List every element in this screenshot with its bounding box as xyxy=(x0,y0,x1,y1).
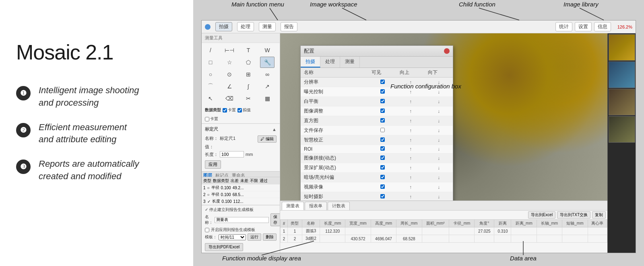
figure-tab-rename[interactable]: 重命名 xyxy=(232,172,245,177)
config-tab-measure[interactable]: 测量 xyxy=(340,57,360,68)
menu-tab-process[interactable]: 处理 xyxy=(237,22,254,31)
cfg-row-visible[interactable] xyxy=(368,145,396,153)
cfg-row-down[interactable]: ↓ xyxy=(425,163,453,173)
tool-arrow[interactable]: ↗ xyxy=(260,81,275,92)
cfg-row-up[interactable]: ↑ xyxy=(396,182,425,192)
cfg-visible-cb[interactable] xyxy=(380,156,385,160)
cfg-row-up[interactable]: ↑ xyxy=(396,126,425,135)
cfg-row-up[interactable]: ↑ xyxy=(396,106,425,116)
cfg-visible-cb[interactable] xyxy=(380,194,385,198)
export-txt-btn[interactable]: 导出到TXT交换 xyxy=(557,211,590,219)
tool-star[interactable]: ☆ xyxy=(222,57,237,68)
cfg-down-arrow[interactable]: ↓ xyxy=(438,128,440,133)
cfg-row-down[interactable]: ↓ xyxy=(425,192,453,201)
cfg-row-visible[interactable] xyxy=(368,192,396,201)
template-del-btn[interactable]: 删除 xyxy=(263,233,277,241)
cfg-row-up[interactable]: ↑ xyxy=(396,163,425,173)
tool-sigma[interactable]: ∫ xyxy=(241,81,256,92)
tool-selected[interactable]: 🔧 xyxy=(260,57,275,68)
scale-expand[interactable]: ▲ xyxy=(272,127,277,132)
config-tab-process[interactable]: 处理 xyxy=(320,57,340,68)
cfg-up-arrow[interactable]: ↑ xyxy=(409,156,412,161)
data-tab-measure[interactable]: 测量表 xyxy=(282,202,304,210)
cfg-row-down[interactable]: ↓ xyxy=(425,106,453,116)
cfg-down-arrow[interactable]: ↓ xyxy=(438,118,440,124)
cfg-row-visible[interactable] xyxy=(368,116,396,126)
cfg-row-up[interactable]: ↑ xyxy=(396,97,425,106)
checkbox-card[interactable] xyxy=(223,108,227,113)
cfg-visible-cb[interactable] xyxy=(380,137,385,142)
cfg-row-up[interactable]: ↑ xyxy=(396,78,425,87)
menu-tab-info[interactable]: 信息 xyxy=(594,22,611,31)
cfg-down-arrow[interactable]: ↓ xyxy=(438,184,440,190)
cfg-row-down[interactable]: ↓ xyxy=(425,182,453,192)
cfg-down-arrow[interactable]: ↓ xyxy=(438,165,440,171)
cfg-down-arrow[interactable]: ↓ xyxy=(438,89,440,95)
cfg-up-arrow[interactable]: ↑ xyxy=(409,118,412,124)
cfg-visible-cb[interactable] xyxy=(380,108,385,113)
cfg-row-visible[interactable] xyxy=(368,182,396,192)
cfg-visible-cb[interactable] xyxy=(380,99,385,103)
cfg-visible-cb[interactable] xyxy=(380,89,385,94)
data-tab-count[interactable]: 计数表 xyxy=(328,202,350,210)
tool-link[interactable]: ∞ xyxy=(260,69,275,80)
cfg-visible-cb[interactable] xyxy=(380,165,385,170)
cfg-visible-cb[interactable] xyxy=(380,128,385,132)
cfg-visible-cb[interactable] xyxy=(380,80,385,84)
cfg-row-up[interactable]: ↑ xyxy=(396,116,425,126)
template-name-input[interactable] xyxy=(215,217,269,223)
cfg-down-arrow[interactable]: ↓ xyxy=(438,80,440,85)
export-excel-btn[interactable]: 导出到Excel xyxy=(528,211,555,219)
lib-thumb-3[interactable] xyxy=(609,89,635,115)
template-export-btn[interactable]: 导出到PDF/Excel xyxy=(205,243,243,251)
tool-text[interactable]: T xyxy=(241,45,256,56)
cfg-row-down[interactable]: ↓ xyxy=(425,145,453,153)
template-save-btn[interactable]: 保存 xyxy=(270,213,280,226)
cfg-row-up[interactable]: ↑ xyxy=(396,153,425,163)
cfg-up-arrow[interactable]: ↑ xyxy=(409,108,412,114)
cfg-row-visible[interactable] xyxy=(368,78,396,87)
cfg-down-arrow[interactable]: ↓ xyxy=(438,137,440,143)
cfg-visible-cb[interactable] xyxy=(380,146,385,151)
cfg-row-visible[interactable] xyxy=(368,153,396,163)
scale-length-input[interactable] xyxy=(220,151,244,158)
cfg-row-down[interactable]: ↓ xyxy=(425,153,453,163)
cfg-row-visible[interactable] xyxy=(368,135,396,145)
menu-tab-capture[interactable]: 拍摄 xyxy=(215,22,232,31)
cfg-row-down[interactable]: ↓ xyxy=(425,135,453,145)
cfg-row-up[interactable]: ↑ xyxy=(396,145,425,153)
cfg-row-down[interactable]: ↓ xyxy=(425,78,453,87)
checkbox-fit[interactable] xyxy=(237,108,242,113)
cfg-down-arrow[interactable]: ↓ xyxy=(438,194,440,200)
cfg-row-up[interactable]: ↑ xyxy=(396,192,425,201)
cfg-up-arrow[interactable]: ↑ xyxy=(409,128,412,133)
cfg-visible-cb[interactable] xyxy=(380,175,385,179)
cfg-up-arrow[interactable]: ↑ xyxy=(409,99,412,104)
cfg-up-arrow[interactable]: ↑ xyxy=(409,165,412,171)
cfg-down-arrow[interactable]: ↓ xyxy=(438,146,440,152)
tool-w[interactable]: W xyxy=(260,45,275,56)
tool-poly[interactable]: ⬠ xyxy=(241,57,256,68)
menu-tab-stats[interactable]: 统计 xyxy=(555,22,572,31)
cfg-down-arrow[interactable]: ↓ xyxy=(438,99,440,104)
cfg-down-arrow[interactable]: ↓ xyxy=(438,156,440,161)
cfg-down-arrow[interactable]: ↓ xyxy=(438,108,440,114)
cfg-up-arrow[interactable]: ↑ xyxy=(409,137,412,143)
cfg-row-down[interactable]: ↓ xyxy=(425,87,453,97)
cfg-row-down[interactable]: ↓ xyxy=(425,116,453,126)
tool-line[interactable]: / xyxy=(203,45,218,56)
tool-measure[interactable]: ⊢⊣ xyxy=(222,45,237,56)
menu-tab-report[interactable]: 报告 xyxy=(281,22,297,31)
cfg-up-arrow[interactable]: ↑ xyxy=(409,89,412,95)
tool-rect[interactable]: □ xyxy=(203,57,218,68)
cfg-row-down[interactable]: ↓ xyxy=(425,126,453,135)
cfg-row-visible[interactable] xyxy=(368,126,396,135)
tool-arc[interactable]: ⌒ xyxy=(203,81,218,92)
copy-btn[interactable]: 复制 xyxy=(592,211,606,219)
cfg-visible-cb[interactable] xyxy=(380,118,385,123)
tool-grid[interactable]: ⊞ xyxy=(241,69,256,80)
tool-circle[interactable]: ○ xyxy=(203,69,218,80)
template-apply-cb[interactable] xyxy=(205,228,209,232)
cfg-row-visible[interactable] xyxy=(368,106,396,116)
template-run-btn[interactable]: 运行 xyxy=(248,233,261,241)
